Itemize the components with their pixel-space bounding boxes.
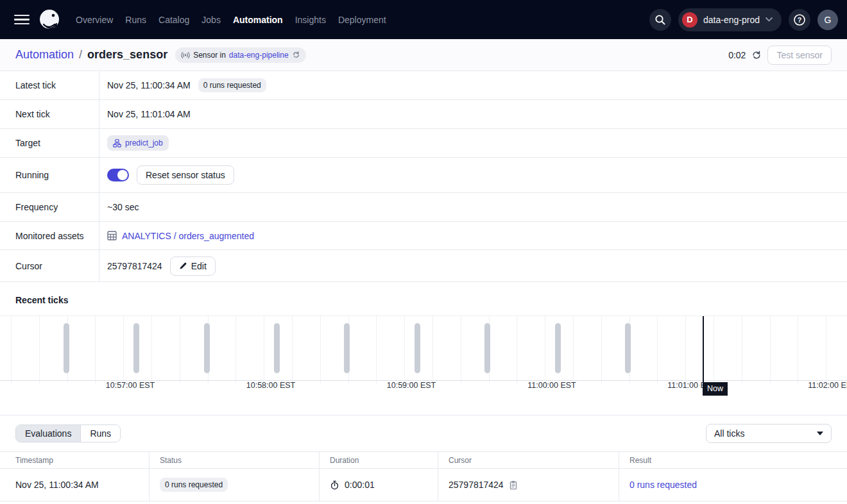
svg-text:?: ? [798,16,801,24]
timeline-axis-label: 10:58:00 EST [246,381,295,390]
timeline-gridline [235,316,236,383]
stopwatch-icon [330,480,339,490]
row-result-link[interactable]: 0 runs requested [629,480,697,490]
timeline-gridline [292,316,293,383]
nav-item-insights[interactable]: Insights [295,15,326,25]
tick-bar[interactable] [133,323,139,373]
frequency-label: Frequency [0,193,99,221]
row-cursor: 25797817424 [449,480,504,490]
tick-bar[interactable] [625,323,631,373]
column-header-timestamp: Timestamp [0,452,150,468]
reset-sensor-status-button[interactable]: Reset sensor status [137,165,234,185]
timeline-gridline [573,316,574,383]
timeline-gridline [39,316,40,383]
nav-item-automation[interactable]: Automation [233,15,283,25]
recent-ticks-heading: Recent ticks [0,282,847,305]
monitored-assets-label: Monitored assets [0,222,99,249]
refresh-icon[interactable] [751,50,762,60]
edit-cursor-button[interactable]: Edit [170,256,216,276]
row-duration: 0:00:01 [345,480,375,490]
view-segmented-control: Evaluations Runs [15,424,121,442]
running-label: Running [0,158,99,192]
timeline-gridline [376,316,377,383]
timeline-axis-label: 11:00:00 EST [527,381,576,390]
top-nav-right: D data-eng-prod ? G [649,8,838,31]
nav-item-jobs[interactable]: Jobs [201,15,221,25]
breadcrumb-automation-link[interactable]: Automation [15,48,74,62]
tick-bar[interactable] [64,323,69,373]
nav-item-overview[interactable]: Overview [76,15,113,25]
row-frequency: Frequency ~30 sec [0,193,847,222]
frequency-value: ~30 sec [107,202,139,212]
reload-location-icon[interactable] [292,51,300,59]
timeline-gridline [657,316,658,383]
nav-items: OverviewRunsCatalogJobsAutomationInsight… [76,15,386,25]
job-icon [113,139,121,147]
tick-bar[interactable] [555,323,561,373]
timeline-gridline [11,316,12,383]
row-cursor: Cursor 25797817424 Edit [0,250,847,282]
monitored-asset-link[interactable]: ANALYTICS / orders_augmented [107,231,254,241]
nav-item-deployment[interactable]: Deployment [338,15,386,25]
hamburger-menu-icon[interactable] [9,7,35,33]
deployment-name: data-eng-prod [703,15,760,25]
row-next-tick: Next tick Nov 25, 11:01:04 AM [0,100,847,129]
tick-bar[interactable] [344,323,350,373]
timeline-gridline [95,316,96,383]
page-title: orders_sensor [87,48,167,62]
latest-tick-value: Nov 25, 11:00:34 AM [107,80,191,90]
cursor-label: Cursor [0,250,99,281]
latest-tick-status-badge: 0 runs requested [198,78,266,92]
help-icon[interactable]: ? [789,9,810,31]
column-header-duration: Duration [320,452,438,468]
tab-runs[interactable]: Runs [80,425,120,442]
tab-evaluations[interactable]: Evaluations [16,425,80,442]
tick-bar[interactable] [415,323,420,373]
row-monitored-assets: Monitored assets ANALYTICS / orders_augm… [0,222,847,250]
timeline-gridline [826,316,826,383]
timeline-gridline [432,316,433,383]
nav-item-catalog[interactable]: Catalog [158,15,189,25]
tick-bar[interactable] [484,323,490,373]
sensor-badge-prefix: Sensor in [193,51,226,60]
breadcrumb-bar: Automation / orders_sensor Sensor in dat… [0,39,847,71]
timeline-gridline [151,316,152,383]
now-marker-label: Now [703,382,728,396]
user-avatar[interactable]: G [817,10,838,30]
nav-item-runs[interactable]: Runs [125,15,146,25]
running-toggle[interactable] [107,169,129,181]
timeline-gridline [180,316,180,383]
search-icon[interactable] [649,9,671,31]
tick-bar[interactable] [204,323,210,373]
copy-cursor-icon[interactable] [509,480,518,490]
deployment-badge: D [682,12,697,28]
tick-filter-value: All ticks [714,428,744,439]
timeline-gridline [404,316,405,383]
breadcrumb-actions: 0:02 Test sensor [728,46,832,65]
next-tick-label: Next tick [0,100,99,128]
dagster-logo-icon [37,8,62,32]
row-running: Running Reset sensor status [0,158,847,193]
deployment-switcher[interactable]: D data-eng-prod [678,8,782,31]
refresh-countdown: 0:02 [728,50,746,60]
timeline-axis-label: 10:59:00 EST [387,381,436,390]
chevron-down-icon [766,17,773,22]
timeline-gridline [461,316,461,383]
timeline-gridline [123,316,124,383]
test-sensor-button[interactable]: Test sensor [767,46,832,65]
code-location-link[interactable]: data-eng-pipeline [229,51,289,60]
tick-filter-dropdown[interactable]: All ticks [706,424,832,443]
timeline-gridline [685,316,686,383]
target-job-chip[interactable]: predict_job [107,135,169,151]
timeline-gridline [264,316,264,383]
column-header-status: Status [150,452,320,468]
timeline-gridline [320,316,321,383]
pencil-icon [179,262,187,270]
sensor-detail-page: OverviewRunsCatalogJobsAutomationInsight… [0,0,847,504]
table-row: Nov 25, 11:00:34 AM 0 runs requested 0:0… [0,469,847,501]
tick-bar[interactable] [274,323,280,373]
timeline-axis-label: 11:02:00 EST [808,381,847,390]
edit-cursor-label: Edit [191,261,207,271]
row-target: Target predict_job [0,129,847,158]
timeline-gridline [714,316,714,383]
